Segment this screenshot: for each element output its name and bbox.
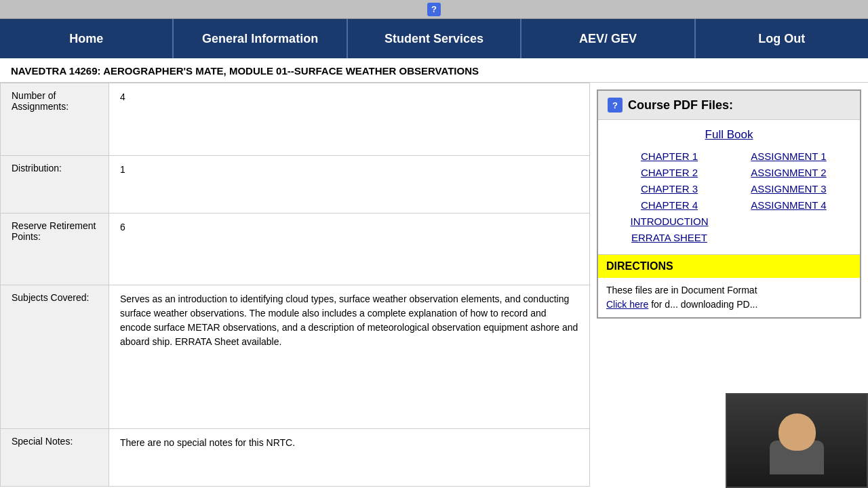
- chapter4-link[interactable]: CHAPTER 4: [613, 197, 726, 214]
- directions-text-start: These files are in Document Form: [606, 285, 749, 296]
- pdf-header: ? Course PDF Files:: [598, 91, 860, 120]
- person-head: [778, 413, 816, 451]
- label-distribution: Distribution:: [1, 155, 109, 213]
- page-title: NAVEDTRA 14269: AEROGRAPHER'S MATE, MODU…: [0, 58, 868, 83]
- value-distribution: 1: [109, 155, 590, 213]
- pdf-help-icon: ?: [608, 98, 623, 113]
- assignment4-link[interactable]: ASSIGNMENT 4: [732, 197, 845, 214]
- top-bar: ?: [0, 0, 868, 19]
- value-assignments: 4: [109, 83, 590, 156]
- info-table: Number of Assignments: 4 Distribution: 1…: [0, 83, 590, 487]
- directions-bar: DIRECTIONS: [598, 254, 860, 278]
- value-special-notes: There are no special notes for this NRTC…: [109, 429, 590, 487]
- pdf-sidebar: ? Course PDF Files: Full Book CHAPTER 1 …: [597, 89, 861, 319]
- video-overlay: [726, 393, 868, 488]
- introduction-link[interactable]: INTRODUCTION: [613, 214, 726, 230]
- errata-sheet-link[interactable]: ERRATA SHEET: [613, 230, 726, 246]
- value-subjects-covered: Serves as an introduction to identifying…: [109, 285, 590, 429]
- pdf-body: Full Book CHAPTER 1 CHAPTER 2 CHAPTER 3 …: [598, 120, 860, 254]
- chapter3-link[interactable]: CHAPTER 3: [613, 181, 726, 197]
- pdf-header-text: Course PDF Files:: [628, 98, 733, 113]
- table-row: Distribution: 1: [1, 155, 590, 213]
- pdf-full-book-container: Full Book: [606, 128, 852, 142]
- label-subjects-covered: Subjects Covered:: [1, 285, 109, 429]
- nav-student-services[interactable]: Student Services: [348, 19, 521, 58]
- video-person: [727, 394, 867, 487]
- nav-home[interactable]: Home: [0, 19, 174, 58]
- directions-text: These files are in Document Format Click…: [598, 278, 860, 317]
- assignment1-link[interactable]: ASSIGNMENT 1: [732, 148, 845, 165]
- label-special-notes: Special Notes:: [1, 429, 109, 487]
- directions-text-end: for d... downloading PD...: [651, 299, 757, 310]
- assignment2-link[interactable]: ASSIGNMENT 2: [732, 165, 845, 181]
- click-here-link[interactable]: Click here: [606, 299, 648, 310]
- pdf-links-col2: ASSIGNMENT 1 ASSIGNMENT 2 ASSIGNMENT 3 A…: [732, 148, 845, 246]
- label-assignments: Number of Assignments:: [1, 83, 109, 156]
- table-row: Subjects Covered: Serves as an introduct…: [1, 285, 590, 429]
- nav-bar: Home General Information Student Service…: [0, 19, 868, 58]
- value-retirement-points: 6: [109, 213, 590, 285]
- person-figure: [770, 407, 824, 474]
- chapter2-link[interactable]: CHAPTER 2: [613, 165, 726, 181]
- nav-aev-gev[interactable]: AEV/ GEV: [521, 19, 695, 58]
- nav-general-information[interactable]: General Information: [174, 19, 347, 58]
- assignment3-link[interactable]: ASSIGNMENT 3: [732, 181, 845, 197]
- nav-log-out[interactable]: Log Out: [696, 19, 868, 58]
- full-book-link[interactable]: Full Book: [705, 128, 753, 141]
- table-row: Number of Assignments: 4: [1, 83, 590, 156]
- pdf-links-col1: CHAPTER 1 CHAPTER 2 CHAPTER 3 CHAPTER 4 …: [613, 148, 726, 246]
- chapter1-link[interactable]: CHAPTER 1: [613, 148, 726, 165]
- pdf-links-grid: CHAPTER 1 CHAPTER 2 CHAPTER 3 CHAPTER 4 …: [606, 148, 852, 246]
- help-icon[interactable]: ?: [427, 3, 441, 16]
- table-row: Special Notes: There are no special note…: [1, 429, 590, 487]
- table-row: Reserve Retirement Points: 6: [1, 213, 590, 285]
- label-retirement-points: Reserve Retirement Points:: [1, 213, 109, 285]
